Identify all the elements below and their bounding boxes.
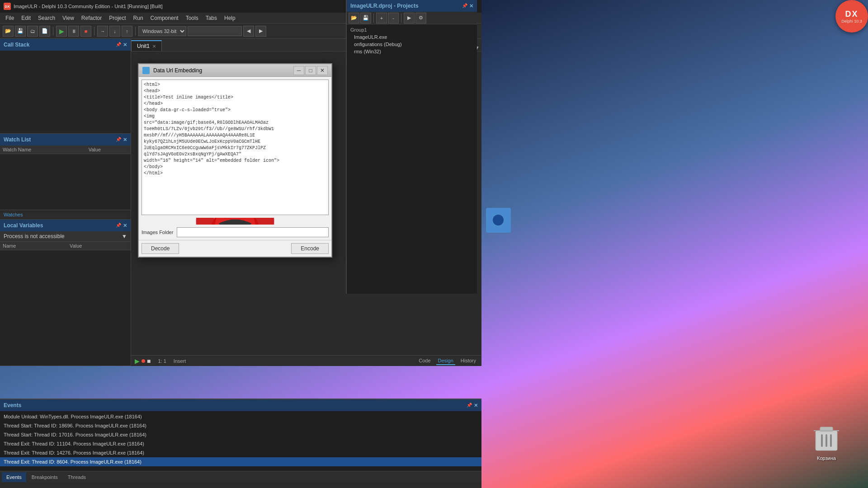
process-dropdown[interactable]: Process is not accessible ▼ xyxy=(0,231,131,242)
project-exe-item[interactable]: ImageULR.exe xyxy=(349,33,475,41)
projects-panel: ImageULR.dproj - Projects 📌 ✕ 📂 💾 + - ▶ … xyxy=(346,0,477,294)
call-stack-close[interactable]: ✕ xyxy=(123,42,127,48)
menu-edit[interactable]: Edit xyxy=(18,13,34,23)
watch-list-close[interactable]: ✕ xyxy=(123,137,127,143)
projects-body: Group1 ImageULR.exe onfigurations (Debug… xyxy=(347,24,477,294)
tab-unit1-close[interactable]: ✕ xyxy=(152,44,156,49)
new-btn[interactable]: 📄 xyxy=(39,26,50,37)
html-editor[interactable]: <html> <head> <title>Test inline images<… xyxy=(142,80,329,215)
local-vars-header: Local Variables 📌 ✕ xyxy=(0,220,131,231)
recycle-bin[interactable]: Корзина xyxy=(812,423,841,461)
menu-help[interactable]: Help xyxy=(221,13,239,23)
proj-save-btn[interactable]: 💾 xyxy=(360,13,371,23)
tab-code[interactable]: Code xyxy=(417,357,432,365)
projects-close[interactable]: ✕ xyxy=(469,3,473,9)
dx-text: DX xyxy=(845,9,858,19)
status-play-btn[interactable]: ▶ xyxy=(135,357,140,365)
tab-history[interactable]: History xyxy=(459,357,478,365)
events-tab-breakpoints[interactable]: Breakpoints xyxy=(27,472,62,482)
menu-tabs[interactable]: Tabs xyxy=(202,13,221,23)
projects-title: ImageULR.dproj - Projects xyxy=(350,3,419,9)
save-all-btn[interactable]: 🗂 xyxy=(27,26,38,37)
menu-component[interactable]: Component xyxy=(147,13,182,23)
local-vars-controls: 📌 ✕ xyxy=(116,223,127,229)
events-tab-threads[interactable]: Threads xyxy=(63,472,90,482)
watch-col-value: Value xyxy=(86,145,131,154)
images-folder-input[interactable] xyxy=(177,227,329,237)
status-stop-btn[interactable]: ■ xyxy=(147,357,151,365)
watch-list-title: Watch List xyxy=(4,136,31,143)
proj-remove-btn[interactable]: - xyxy=(388,13,399,23)
event-line-5[interactable]: Thread Exit: Thread ID: 8604. Process Im… xyxy=(0,457,481,466)
events-pin-icon[interactable]: 📌 xyxy=(467,403,472,408)
watch-list-panel: Watch List 📌 ✕ Watch Name Value xyxy=(0,134,131,220)
svg-rect-15 xyxy=(821,434,823,447)
watches-footer[interactable]: Watches xyxy=(0,210,131,219)
svg-point-9 xyxy=(493,215,504,225)
proj-sep2 xyxy=(401,14,401,23)
proj-options-btn[interactable]: ⚙ xyxy=(415,13,426,23)
platform-select[interactable]: Windows 32-bit xyxy=(138,26,186,36)
menu-project[interactable]: Project xyxy=(105,13,129,23)
event-line-3[interactable]: Thread Exit: Thread ID: 11104. Process I… xyxy=(0,439,481,448)
recycle-bin-label: Корзина xyxy=(812,455,841,461)
dialog-minimize-btn[interactable]: ─ xyxy=(293,66,304,75)
encode-button[interactable]: Encode xyxy=(291,243,329,254)
local-vars-title: Local Variables xyxy=(4,222,43,229)
tab-design[interactable]: Design xyxy=(436,357,455,365)
local-vars-close[interactable]: ✕ xyxy=(123,223,127,229)
menu-tools[interactable]: Tools xyxy=(182,13,202,23)
pin-icon[interactable]: 📌 xyxy=(116,42,121,48)
separator-1 xyxy=(53,27,53,36)
projects-pin-icon[interactable]: 📌 xyxy=(462,3,467,9)
save-btn[interactable]: 💾 xyxy=(15,26,26,37)
local-vars-body: Process is not accessible ▼ Name Value xyxy=(0,231,131,366)
decode-button[interactable]: Decode xyxy=(142,243,179,254)
event-line-4[interactable]: Thread Exit: Thread ID: 14276. Process I… xyxy=(0,448,481,457)
step-into-btn[interactable]: ↓ xyxy=(109,26,120,37)
images-folder-row: Images Folder xyxy=(142,227,329,237)
project-platform-item[interactable]: rms (Win32) xyxy=(349,48,475,55)
event-line-0[interactable]: Module Unload: WinTypes.dll. Process Ima… xyxy=(0,412,481,421)
proj-open-btn[interactable]: 📂 xyxy=(349,13,359,23)
tab-unit1[interactable]: Unit1 ✕ xyxy=(131,40,162,51)
forward-btn[interactable]: ▶ xyxy=(255,26,266,37)
events-close[interactable]: ✕ xyxy=(474,403,478,408)
step-out-btn[interactable]: ↑ xyxy=(122,26,132,37)
dialog-window: Data Url Embedding ─ □ ✕ <html> <head> <… xyxy=(138,63,332,258)
delphi-version-text: Delphi 10.3 xyxy=(841,19,862,23)
dialog-maximize-btn[interactable]: □ xyxy=(305,66,316,75)
open-folder-btn[interactable]: 📂 xyxy=(3,26,14,37)
pause-btn[interactable]: ⏸ xyxy=(68,26,79,37)
menu-refactor[interactable]: Refactor xyxy=(78,13,105,23)
dialog-icon xyxy=(142,67,150,74)
dialog-close-btn[interactable]: ✕ xyxy=(317,66,328,75)
projects-toolbar: 📂 💾 + - ▶ ⚙ xyxy=(347,12,477,24)
proj-add-btn[interactable]: + xyxy=(376,13,387,23)
proj-build-btn[interactable]: ▶ xyxy=(404,13,415,23)
dialog-body: <html> <head> <title>Test inline images<… xyxy=(139,77,331,240)
svg-rect-16 xyxy=(826,434,827,447)
events-tab-events[interactable]: Events xyxy=(2,472,26,482)
call-stack-panel: Call Stack 📌 ✕ xyxy=(0,39,131,134)
menu-run[interactable]: Run xyxy=(130,13,147,23)
watch-list-header: Watch List 📌 ✕ xyxy=(0,134,131,145)
menu-file[interactable]: File xyxy=(2,13,18,23)
separator-2 xyxy=(94,27,94,36)
event-line-1[interactable]: Thread Start: Thread ID: 18696. Process … xyxy=(0,421,481,430)
watch-col-name: Watch Name xyxy=(0,145,86,154)
back-btn[interactable]: ◀ xyxy=(243,26,254,37)
watch-pin-icon[interactable]: 📌 xyxy=(116,137,121,143)
project-config-item[interactable]: onfigurations (Debug) xyxy=(349,41,475,48)
dialog-title-bar: Data Url Embedding ─ □ ✕ xyxy=(139,64,331,77)
step-over-btn[interactable]: → xyxy=(97,26,108,37)
menu-view[interactable]: View xyxy=(59,13,78,23)
stop-btn[interactable]: ■ xyxy=(80,26,91,37)
title-text: ImageULR - Delphi 10.3 Community Edition… xyxy=(14,4,363,9)
editor-statusbar: ▶ ■ 1: 1 Insert Code Design History xyxy=(131,355,481,366)
event-line-2[interactable]: Thread Start: Thread ID: 17016. Process … xyxy=(0,430,481,439)
local-vars-pin-icon[interactable]: 📌 xyxy=(116,223,121,229)
menu-search[interactable]: Search xyxy=(34,13,59,23)
run-params-input[interactable] xyxy=(188,26,242,36)
run-btn[interactable]: ▶ xyxy=(56,26,67,37)
